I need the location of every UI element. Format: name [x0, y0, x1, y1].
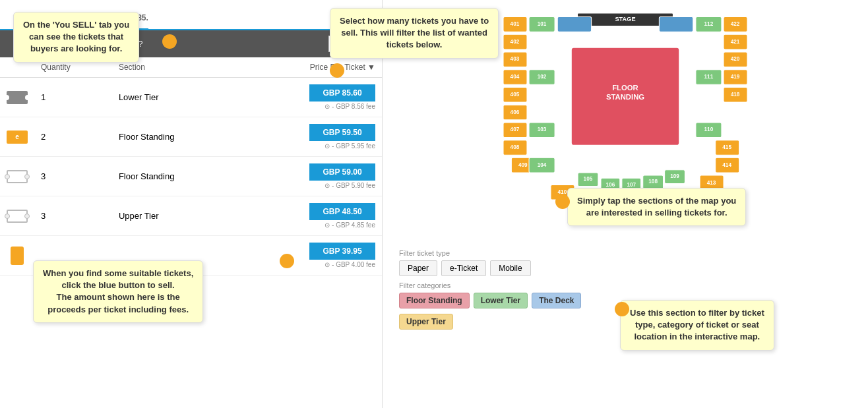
- section-deck-tl[interactable]: [557, 17, 591, 32]
- tooltip-blue-button-text: When you find some suitable tickets,clic…: [43, 268, 193, 314]
- badge-floor-standing[interactable]: Floor Standing: [399, 293, 470, 308]
- svg-text:421: 421: [731, 39, 740, 45]
- svg-text:103: 103: [538, 127, 547, 132]
- svg-text:105: 105: [584, 176, 593, 182]
- filter-categories-label: Filter categories: [399, 281, 852, 289]
- tooltip-dot-blue-button: [280, 254, 294, 268]
- tooltip-you-sell-text: On the 'You SELL' tab youcan see the tic…: [23, 20, 129, 53]
- svg-text:419: 419: [731, 74, 740, 80]
- tooltip-dot-filter: [615, 302, 629, 316]
- filter-btn-paper[interactable]: Paper: [399, 260, 437, 276]
- tooltip-select-tickets-text: Select how many tickets you have tosell.…: [340, 16, 489, 49]
- row-section: Lower Tier: [112, 78, 237, 117]
- row-section: Floor Standing: [112, 157, 237, 196]
- badge-upper-tier[interactable]: Upper Tier: [399, 314, 453, 330]
- tooltip-dot-select-tickets: [330, 63, 344, 78]
- tooltip-tap-map: Simply tap the sections of the map youar…: [567, 188, 746, 226]
- price-button[interactable]: GBP 59.00: [309, 163, 375, 181]
- svg-text:413: 413: [707, 180, 716, 186]
- row-quantity: 3: [34, 196, 112, 236]
- price-fee: ⊙ - GBP 5.90 fee: [244, 182, 375, 189]
- svg-text:406: 406: [511, 109, 520, 115]
- floor-standing-label: FLOOR: [612, 84, 638, 92]
- filter-ticket-type-label: Filter ticket type: [399, 249, 852, 257]
- svg-text:422: 422: [731, 21, 740, 27]
- row-quantity: 3: [34, 157, 112, 196]
- tooltip-you-sell: On the 'You SELL' tab youcan see the tic…: [13, 12, 139, 63]
- tooltip-tap-map-text: Simply tap the sections of the map youar…: [577, 196, 736, 218]
- svg-text:420: 420: [731, 56, 740, 62]
- price-fee: ⊙ - GBP 8.56 fee: [244, 103, 375, 110]
- svg-text:102: 102: [538, 74, 547, 80]
- tooltip-dot-tap-map: [555, 194, 570, 209]
- tickets-table: Quantity Section Price Per Ticket ▼: [0, 57, 382, 276]
- price-fee: ⊙ - GBP 4.00 fee: [244, 261, 375, 268]
- price-button[interactable]: GBP 39.95: [309, 243, 375, 260]
- tooltip-filter-text: Use this section to filter by tickettype…: [630, 308, 764, 341]
- svg-text:108: 108: [648, 179, 658, 185]
- price-button[interactable]: GBP 48.50: [309, 203, 375, 220]
- svg-text:418: 418: [731, 92, 740, 98]
- price-button[interactable]: GBP 59.50: [309, 124, 375, 141]
- badge-the-deck[interactable]: The Deck: [532, 293, 581, 308]
- svg-text:405: 405: [511, 92, 520, 98]
- table-row: 3 Floor Standing GBP 59.00 ⊙ - GBP 5.90 …: [0, 157, 382, 196]
- svg-text:110: 110: [704, 127, 714, 132]
- filter-ticket-type-section: Filter ticket type Paper e-Ticket Mobile: [392, 249, 858, 276]
- badge-lower-tier[interactable]: Lower Tier: [474, 293, 528, 308]
- tooltip-blue-button: When you find some suitable tickets,clic…: [33, 260, 203, 323]
- col-price: Price Per Ticket ▼: [237, 57, 382, 78]
- svg-text:106: 106: [606, 182, 615, 188]
- filter-btn-eticket[interactable]: e-Ticket: [441, 260, 486, 276]
- svg-text:404: 404: [511, 74, 520, 80]
- tooltip-dot-you-sell: [162, 34, 177, 49]
- section-deck-tr[interactable]: [659, 17, 693, 32]
- svg-text:109: 109: [670, 173, 679, 179]
- svg-text:407: 407: [511, 127, 520, 132]
- price-fee: ⊙ - GBP 4.85 fee: [244, 221, 375, 229]
- row-quantity: 1: [34, 78, 112, 117]
- stage-label: STAGE: [615, 16, 635, 22]
- floor-standing-label2: STANDING: [606, 93, 644, 101]
- filter-btn-mobile[interactable]: Mobile: [490, 260, 530, 276]
- svg-text:402: 402: [511, 39, 520, 45]
- svg-text:112: 112: [704, 21, 714, 27]
- price-button[interactable]: GBP 85.60: [309, 84, 375, 102]
- row-section: Floor Standing: [112, 117, 237, 157]
- price-fee: ⊙ - GBP 5.95 fee: [244, 142, 375, 150]
- svg-text:107: 107: [627, 182, 636, 188]
- table-row: 1 Lower Tier GBP 85.60 ⊙ - GBP 8.56 fee: [0, 78, 382, 117]
- row-section: Upper Tier: [112, 196, 237, 236]
- tooltip-filter: Use this section to filter by tickettype…: [620, 300, 774, 351]
- svg-text:403: 403: [511, 56, 520, 62]
- svg-text:414: 414: [722, 162, 731, 168]
- svg-text:111: 111: [704, 74, 714, 80]
- table-row: 3 Upper Tier GBP 48.50 ⊙ - GBP 4.85 fee: [0, 196, 382, 236]
- filter-ticket-buttons: Paper e-Ticket Mobile: [399, 260, 852, 276]
- svg-text:408: 408: [511, 144, 520, 150]
- row-quantity: 2: [34, 117, 112, 157]
- svg-text:101: 101: [538, 21, 547, 27]
- tooltip-select-tickets: Select how many tickets you have tosell.…: [330, 8, 499, 59]
- svg-text:415: 415: [722, 144, 731, 150]
- svg-text:104: 104: [538, 162, 547, 168]
- main-container: You SELL From GBP 85. How many tickets a…: [0, 0, 868, 408]
- svg-text:409: 409: [518, 162, 528, 168]
- table-row: e 2 Floor Standing GBP 59.50 ⊙ - GBP 5.9…: [0, 117, 382, 157]
- svg-text:401: 401: [511, 21, 520, 27]
